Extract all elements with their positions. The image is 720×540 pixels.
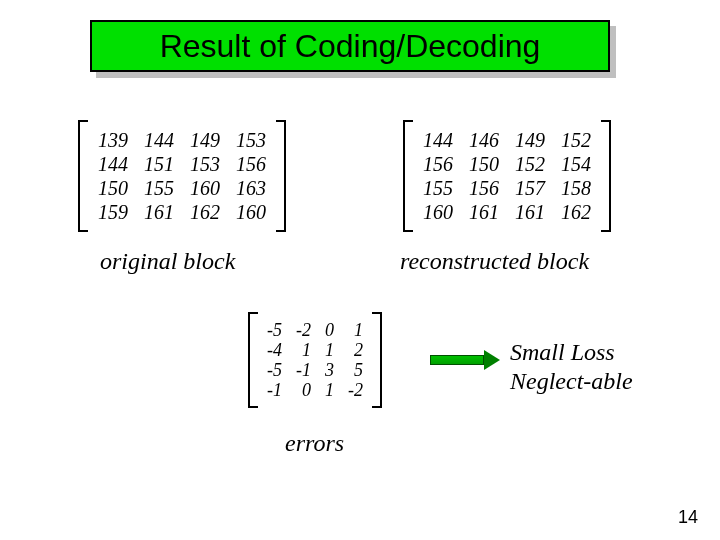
matrix-cell: -1 bbox=[260, 380, 289, 400]
matrix-cell: 1 bbox=[289, 340, 318, 360]
matrix-cell: 156 bbox=[228, 152, 274, 176]
matrix-cell: 156 bbox=[415, 152, 461, 176]
matrix-cell: 161 bbox=[136, 200, 182, 224]
matrix-cell: 139 bbox=[90, 128, 136, 152]
reconstructed-block-matrix: 1441461491521561501521541551561571581601… bbox=[415, 128, 599, 224]
matrix-cell: 153 bbox=[182, 152, 228, 176]
original-block-matrix: 1391441491531441511531561501551601631591… bbox=[90, 128, 274, 224]
matrix-cell: 160 bbox=[182, 176, 228, 200]
slide: Result of Coding/Decoding 13914414915314… bbox=[0, 0, 720, 540]
matrix-cell: 152 bbox=[553, 128, 599, 152]
matrix-cell: 155 bbox=[136, 176, 182, 200]
matrix-cell: 144 bbox=[90, 152, 136, 176]
matrix-cell: 160 bbox=[228, 200, 274, 224]
matrix-cell: 158 bbox=[553, 176, 599, 200]
matrix-cell: 162 bbox=[553, 200, 599, 224]
matrix-cell: 1 bbox=[341, 320, 370, 340]
errors-matrix: -5-201-4112-5-135-101-2 bbox=[260, 320, 370, 400]
arrow-icon bbox=[430, 350, 500, 370]
matrix-cell: 161 bbox=[461, 200, 507, 224]
matrix-cell: -2 bbox=[289, 320, 318, 340]
small-loss-note: Small Loss Neglect-able bbox=[510, 338, 633, 396]
matrix-cell: 0 bbox=[289, 380, 318, 400]
matrix-cell: 150 bbox=[461, 152, 507, 176]
page-number: 14 bbox=[678, 507, 698, 528]
original-block-caption: original block bbox=[100, 248, 235, 275]
matrix-cell: -4 bbox=[260, 340, 289, 360]
matrix-cell: 3 bbox=[318, 360, 341, 380]
errors-table: -5-201-4112-5-135-101-2 bbox=[260, 320, 370, 400]
bracket-right bbox=[601, 120, 611, 232]
note-line-1: Small Loss bbox=[510, 338, 633, 367]
matrix-cell: 159 bbox=[90, 200, 136, 224]
matrix-cell: -1 bbox=[289, 360, 318, 380]
matrix-cell: 161 bbox=[507, 200, 553, 224]
matrix-cell: -5 bbox=[260, 360, 289, 380]
bracket-left bbox=[403, 120, 413, 232]
matrix-cell: 0 bbox=[318, 320, 341, 340]
matrix-cell: 149 bbox=[182, 128, 228, 152]
bracket-left bbox=[78, 120, 88, 232]
matrix-cell: 155 bbox=[415, 176, 461, 200]
matrix-cell: 153 bbox=[228, 128, 274, 152]
matrix-cell: 160 bbox=[415, 200, 461, 224]
matrix-cell: 1 bbox=[318, 380, 341, 400]
matrix-cell: 152 bbox=[507, 152, 553, 176]
reconstructed-block-caption: reconstructed block bbox=[400, 248, 589, 275]
original-block-table: 1391441491531441511531561501551601631591… bbox=[90, 128, 274, 224]
matrix-cell: 154 bbox=[553, 152, 599, 176]
matrix-cell: 2 bbox=[341, 340, 370, 360]
matrix-cell: 146 bbox=[461, 128, 507, 152]
matrix-cell: 157 bbox=[507, 176, 553, 200]
matrix-cell: 151 bbox=[136, 152, 182, 176]
matrix-cell: 162 bbox=[182, 200, 228, 224]
matrix-cell: 144 bbox=[136, 128, 182, 152]
matrix-cell: 163 bbox=[228, 176, 274, 200]
matrix-cell: -2 bbox=[341, 380, 370, 400]
matrix-cell: 144 bbox=[415, 128, 461, 152]
bracket-left bbox=[248, 312, 258, 408]
matrix-cell: 1 bbox=[318, 340, 341, 360]
matrix-cell: 156 bbox=[461, 176, 507, 200]
note-line-2: Neglect-able bbox=[510, 367, 633, 396]
matrix-cell: 5 bbox=[341, 360, 370, 380]
bracket-right bbox=[372, 312, 382, 408]
slide-title: Result of Coding/Decoding bbox=[90, 20, 610, 72]
bracket-right bbox=[276, 120, 286, 232]
title-banner: Result of Coding/Decoding bbox=[90, 20, 610, 72]
matrix-cell: 150 bbox=[90, 176, 136, 200]
reconstructed-block-table: 1441461491521561501521541551561571581601… bbox=[415, 128, 599, 224]
matrix-cell: -5 bbox=[260, 320, 289, 340]
matrix-cell: 149 bbox=[507, 128, 553, 152]
errors-caption: errors bbox=[285, 430, 344, 457]
